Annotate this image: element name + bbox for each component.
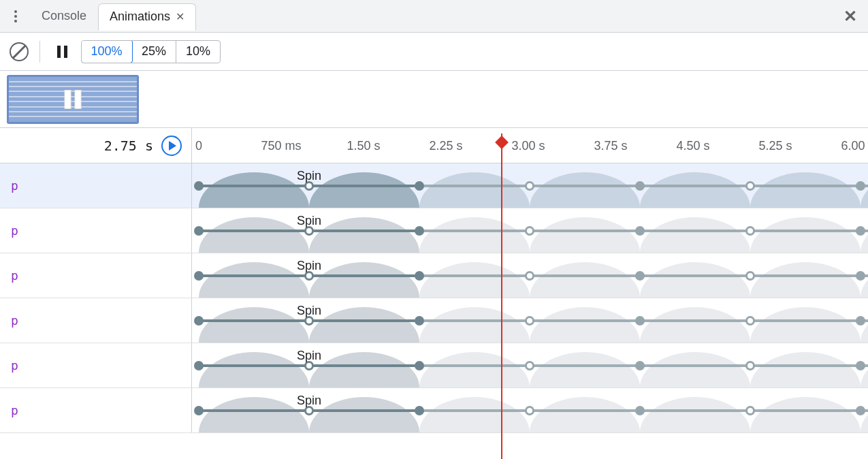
keyframe-marker[interactable]	[415, 226, 424, 236]
keyframe-marker[interactable]	[194, 361, 204, 370]
keyframe-marker[interactable]	[745, 406, 755, 415]
keyframe-marker[interactable]	[304, 181, 314, 191]
time-ruler[interactable]: 2.75 s 0750 ms1.50 s2.25 s3.00 s3.75 s4.…	[0, 128, 868, 163]
track-lane[interactable]: Spin	[192, 208, 868, 253]
tab-animations[interactable]: Animations ✕	[98, 3, 196, 31]
keyframe-marker[interactable]	[635, 316, 645, 326]
track-node-name[interactable]: p	[0, 163, 192, 208]
ruler-tick: 3.00 s	[511, 138, 545, 153]
keyframe-marker[interactable]	[525, 181, 534, 191]
close-drawer-icon[interactable]: ✕	[843, 7, 857, 26]
keyframe-marker[interactable]	[304, 226, 314, 236]
keyframe-marker[interactable]	[635, 226, 645, 236]
tab-animations-label: Animations	[110, 10, 170, 24]
keyframe-marker[interactable]	[856, 181, 865, 191]
keyframe-marker[interactable]	[745, 361, 755, 370]
track-row[interactable]: pSpin	[0, 163, 868, 208]
playback-rate-group: 100% 25% 10%	[81, 40, 221, 63]
keyframe-marker[interactable]	[415, 406, 424, 415]
keyframe-marker[interactable]	[194, 316, 204, 326]
ruler-controls: 2.75 s	[0, 128, 192, 163]
keyframe-marker[interactable]	[304, 406, 314, 415]
keyframe-marker[interactable]	[304, 271, 314, 281]
speed-25-button[interactable]: 25%	[131, 41, 176, 63]
keyframe-marker[interactable]	[415, 316, 424, 326]
keyframe-marker[interactable]	[745, 181, 755, 191]
separator	[39, 41, 40, 63]
keyframe-marker[interactable]	[525, 226, 534, 236]
clear-button[interactable]	[10, 42, 29, 61]
ruler-tick: 0	[195, 138, 202, 153]
track-node-name[interactable]: p	[0, 253, 192, 298]
keyframe-marker[interactable]	[415, 181, 424, 191]
ruler-tick: 3.75 s	[594, 138, 627, 153]
keyframe-marker[interactable]	[635, 406, 645, 415]
keyframe-marker[interactable]	[415, 361, 424, 370]
keyframe-marker[interactable]	[194, 406, 204, 415]
keyframe-marker[interactable]	[856, 226, 865, 236]
current-time-readout: 2.75 s	[104, 138, 153, 154]
track-lane[interactable]: Spin	[192, 253, 868, 298]
track-lane[interactable]: Spin	[192, 163, 868, 208]
keyframe-marker[interactable]	[635, 271, 645, 281]
timeline[interactable]: pSpinpSpinpSpinpSpinpSpinpSpin	[0, 163, 868, 459]
keyframe-marker[interactable]	[525, 406, 534, 415]
track-lane[interactable]: Spin	[192, 343, 868, 387]
keyframe-marker[interactable]	[745, 226, 755, 236]
keyframe-marker[interactable]	[304, 361, 314, 370]
keyframe-marker[interactable]	[635, 361, 645, 370]
track-node-name[interactable]: p	[0, 298, 192, 343]
close-icon[interactable]: ✕	[176, 10, 184, 23]
drawer-tabbar: Console Animations ✕ ✕	[0, 0, 868, 33]
animation-group-preview[interactable]	[7, 75, 139, 124]
track-node-name[interactable]: p	[0, 388, 192, 432]
keyframe-marker[interactable]	[856, 271, 865, 281]
pause-icon	[65, 90, 82, 109]
ruler-tick: 5.25 s	[758, 138, 792, 153]
keyframe-marker[interactable]	[194, 181, 204, 191]
animation-buffer	[0, 71, 868, 128]
ruler-tick: 6.00 s	[841, 138, 868, 153]
tab-console[interactable]: Console	[30, 3, 98, 30]
speed-10-button[interactable]: 10%	[176, 41, 220, 63]
tab-console-label: Console	[42, 9, 86, 23]
keyframe-marker[interactable]	[745, 271, 755, 281]
keyframe-marker[interactable]	[856, 406, 865, 415]
track-node-name[interactable]: p	[0, 343, 192, 387]
track-row[interactable]: pSpin	[0, 253, 868, 298]
keyframe-marker[interactable]	[304, 316, 314, 326]
track-node-name[interactable]: p	[0, 208, 192, 253]
keyframe-marker[interactable]	[194, 226, 204, 236]
keyframe-marker[interactable]	[856, 316, 865, 326]
ruler-tick: 750 ms	[261, 138, 301, 153]
track-row[interactable]: pSpin	[0, 298, 868, 343]
pause-all-button[interactable]	[51, 44, 73, 60]
speed-100-button[interactable]: 100%	[81, 40, 133, 63]
play-button[interactable]	[161, 136, 182, 156]
animations-toolbar: 100% 25% 10%	[0, 33, 868, 71]
ruler-tick: 2.25 s	[429, 138, 462, 153]
track-row[interactable]: pSpin	[0, 343, 868, 388]
keyframe-marker[interactable]	[525, 316, 534, 326]
ruler-tick: 4.50 s	[676, 138, 709, 153]
keyframe-marker[interactable]	[525, 361, 534, 370]
track-lane[interactable]: Spin	[192, 298, 868, 343]
ruler-tick: 1.50 s	[347, 138, 380, 153]
keyframe-marker[interactable]	[635, 181, 645, 191]
kebab-menu-icon[interactable]	[7, 7, 25, 25]
keyframe-marker[interactable]	[745, 316, 755, 326]
track-row[interactable]: pSpin	[0, 208, 868, 253]
track-row[interactable]: pSpin	[0, 388, 868, 433]
keyframe-marker[interactable]	[194, 271, 204, 281]
keyframe-marker[interactable]	[856, 361, 865, 370]
keyframe-marker[interactable]	[415, 271, 424, 281]
keyframe-marker[interactable]	[525, 271, 534, 281]
track-lane[interactable]: Spin	[192, 388, 868, 432]
